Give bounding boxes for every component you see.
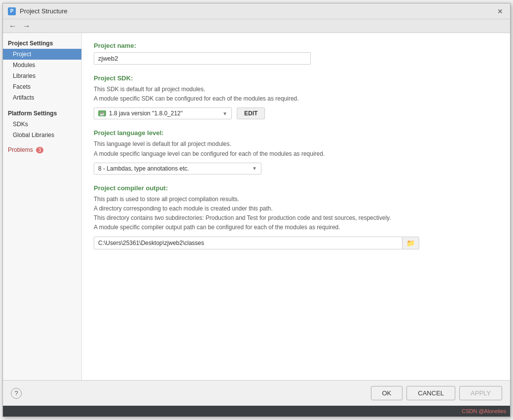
forward-button[interactable]: → (21, 22, 33, 31)
sidebar-item-project[interactable]: Project (3, 49, 81, 60)
sidebar-item-modules[interactable]: Modules (3, 60, 81, 70)
dialog-body: Project Settings Project Modules Librari… (3, 33, 510, 380)
nav-bar: ← → (3, 19, 510, 33)
project-settings-label: Project Settings (3, 37, 81, 49)
problems-badge: 3 (36, 147, 44, 153)
sidebar-item-libraries[interactable]: Libraries (3, 70, 81, 81)
sidebar-item-facets[interactable]: Facets (3, 81, 81, 92)
app-icon: P (8, 7, 16, 15)
status-bar: CSDN @Alonelies (3, 406, 510, 417)
language-dropdown-arrow: ▼ (252, 166, 257, 171)
sidebar-item-global-libraries[interactable]: Global Libraries (3, 130, 81, 140)
compiler-output-row: 📁 (94, 237, 419, 249)
project-structure-dialog: P Project Structure ✕ ← → Project Settin… (2, 3, 511, 417)
compiler-output-input[interactable] (94, 238, 402, 248)
apply-button[interactable]: APPLY (459, 386, 502, 400)
sdk-desc-1: This SDK is default for all project modu… (94, 85, 498, 104)
sdk-dropdown[interactable]: ☕ 1.8 java version "1.8.0_212" ▼ (94, 107, 232, 119)
dialog-footer: ? OK CANCEL APPLY (3, 380, 510, 406)
compiler-output-section: Project compiler output: This path is us… (94, 184, 498, 249)
cancel-button[interactable]: CANCEL (406, 386, 455, 400)
help-button[interactable]: ? (11, 388, 22, 399)
sidebar-item-problems[interactable]: Problems 3 (3, 144, 81, 155)
footer-right: OK CANCEL APPLY (371, 386, 503, 400)
project-sdk-section: Project SDK: This SDK is default for all… (94, 74, 498, 119)
edit-sdk-button[interactable]: EDIT (237, 107, 265, 119)
project-name-label: Project name: (94, 42, 498, 49)
close-button[interactable]: ✕ (495, 6, 505, 16)
dialog-title: Project Structure (20, 7, 495, 15)
project-language-section: Project language level: This language le… (94, 129, 498, 174)
sidebar: Project Settings Project Modules Librari… (3, 33, 82, 380)
compiler-output-label: Project compiler output: (94, 184, 498, 192)
back-button[interactable]: ← (7, 22, 19, 31)
java-icon: ☕ (98, 110, 106, 116)
main-content: Project name: Project SDK: This SDK is d… (82, 33, 510, 380)
project-language-label: Project language level: (94, 129, 498, 137)
language-dropdown[interactable]: 8 - Lambdas, type annotations etc. ▼ (94, 163, 261, 175)
language-value: 8 - Lambdas, type annotations etc. (98, 165, 252, 172)
project-name-section: Project name: (94, 42, 498, 65)
platform-settings-label: Platform Settings (3, 107, 81, 119)
project-name-input[interactable] (94, 52, 311, 65)
sdk-value: 1.8 java version "1.8.0_212" (109, 110, 220, 117)
sdk-dropdown-arrow: ▼ (222, 111, 227, 116)
title-bar: P Project Structure ✕ (3, 3, 510, 19)
project-sdk-label: Project SDK: (94, 74, 498, 82)
sidebar-item-artifacts[interactable]: Artifacts (3, 92, 81, 103)
sidebar-item-sdks[interactable]: SDKs (3, 119, 81, 130)
browse-folder-button[interactable]: 📁 (402, 237, 419, 249)
sdk-row: ☕ 1.8 java version "1.8.0_212" ▼ EDIT (94, 107, 498, 119)
ok-button[interactable]: OK (371, 386, 403, 400)
status-text: CSDN @Alonelies (462, 408, 506, 414)
footer-left: ? (11, 388, 22, 399)
compiler-desc: This path is used to store all project c… (94, 195, 498, 233)
language-desc: This language level is default for all p… (94, 140, 498, 158)
